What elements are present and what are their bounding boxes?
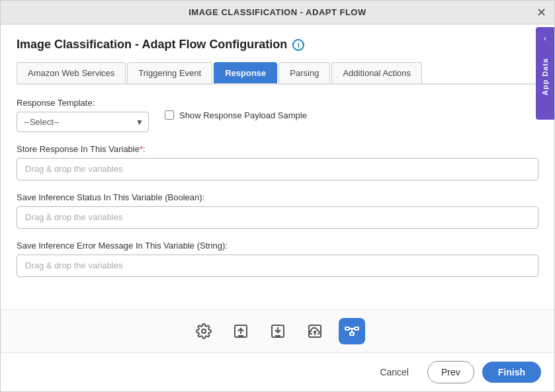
show-payload-label[interactable]: Show Response Payload Sample bbox=[179, 110, 307, 120]
tab-aws[interactable]: Amazon Web Services bbox=[17, 62, 126, 83]
close-button[interactable]: ✕ bbox=[536, 7, 546, 19]
page-title-text: Image Classification - Adapt Flow Config… bbox=[17, 38, 287, 52]
store-response-placeholder: Drag & drop the variables bbox=[25, 164, 122, 174]
response-template-section: Response Template: --Select-- ▼ Show Res… bbox=[17, 98, 538, 132]
response-template-label: Response Template: bbox=[17, 98, 149, 108]
svg-rect-9 bbox=[345, 327, 349, 330]
app-data-sidebar[interactable]: ‹ App Data bbox=[536, 27, 554, 120]
flow-icon bbox=[344, 323, 360, 339]
cloud-import-icon bbox=[307, 323, 323, 339]
import-icon bbox=[270, 323, 286, 339]
inference-error-label: Save Inference Error Message In This Var… bbox=[17, 241, 538, 251]
inference-error-input[interactable]: Drag & drop the variables bbox=[17, 255, 538, 277]
checkbox-row: Show Response Payload Sample bbox=[165, 110, 307, 120]
modal-container: IMAGE CLASSIFICATION - ADAPT FLOW ✕ ‹ Ap… bbox=[0, 0, 555, 392]
svg-rect-11 bbox=[350, 333, 354, 335]
response-template-row: Response Template: --Select-- ▼ Show Res… bbox=[17, 98, 538, 132]
settings-icon bbox=[196, 323, 212, 339]
finish-button[interactable]: Finish bbox=[482, 362, 541, 383]
cancel-button[interactable]: Cancel bbox=[369, 362, 419, 383]
inference-error-placeholder: Drag & drop the variables bbox=[25, 260, 122, 270]
inference-status-placeholder: Drag & drop the variables bbox=[25, 212, 122, 222]
tab-bar: Amazon Web Services Triggering Event Res… bbox=[17, 62, 538, 85]
store-response-input[interactable]: Drag & drop the variables bbox=[17, 158, 538, 180]
import-toolbar-button[interactable] bbox=[265, 318, 291, 344]
store-response-section: Store Response In This Variable*: Drag &… bbox=[17, 144, 538, 180]
tab-triggering[interactable]: Triggering Event bbox=[127, 62, 212, 83]
inference-error-section: Save Inference Error Message In This Var… bbox=[17, 241, 538, 277]
window-title: IMAGE CLASSIFICATION - ADAPT FLOW bbox=[189, 7, 366, 17]
store-response-label: Store Response In This Variable*: bbox=[17, 144, 538, 154]
flow-toolbar-button[interactable] bbox=[339, 318, 365, 344]
inference-status-section: Save Inference Status In This Variable (… bbox=[17, 192, 538, 229]
inference-status-input[interactable]: Drag & drop the variables bbox=[17, 206, 538, 229]
chevron-left-icon: ‹ bbox=[544, 34, 546, 43]
inference-status-label: Save Inference Status In This Variable (… bbox=[17, 192, 538, 202]
export-icon bbox=[233, 323, 249, 339]
info-icon[interactable]: i bbox=[292, 39, 304, 51]
tab-additional[interactable]: Additional Actions bbox=[331, 62, 422, 83]
bottom-action-bar: Cancel Prev Finish bbox=[1, 352, 554, 391]
svg-rect-10 bbox=[355, 327, 359, 330]
settings-toolbar-button[interactable] bbox=[191, 318, 217, 344]
response-template-field-group: Response Template: --Select-- ▼ bbox=[17, 98, 149, 132]
page-title-row: Image Classification - Adapt Flow Config… bbox=[17, 38, 538, 52]
cloud-import-toolbar-button[interactable] bbox=[302, 318, 328, 344]
tab-response[interactable]: Response bbox=[214, 62, 277, 83]
title-bar: IMAGE CLASSIFICATION - ADAPT FLOW ✕ bbox=[1, 1, 554, 24]
select-wrapper: --Select-- ▼ bbox=[17, 112, 149, 132]
tab-parsing[interactable]: Parsing bbox=[278, 62, 330, 83]
footer-toolbar bbox=[1, 309, 554, 352]
export-toolbar-button[interactable] bbox=[228, 318, 254, 344]
required-marker: * bbox=[140, 144, 143, 154]
sidebar-label: App Data bbox=[541, 58, 549, 95]
svg-point-0 bbox=[202, 329, 206, 333]
prev-button[interactable]: Prev bbox=[427, 361, 474, 383]
response-template-select[interactable]: --Select-- bbox=[17, 112, 149, 132]
main-content: Image Classification - Adapt Flow Config… bbox=[1, 24, 554, 309]
show-payload-checkbox[interactable] bbox=[165, 110, 174, 120]
